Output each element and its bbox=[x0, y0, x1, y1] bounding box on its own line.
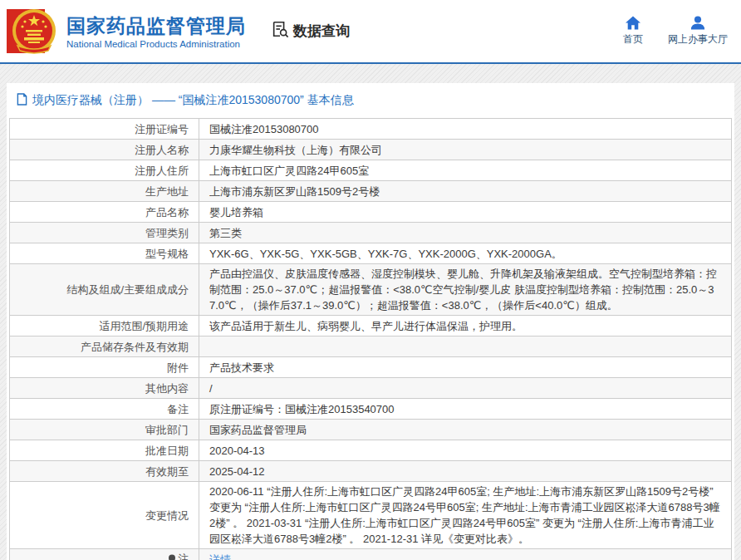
row-value bbox=[199, 336, 732, 357]
registration-info-table: 注册证编号 国械注准20153080700 注册人名称 力康华耀生物科技（上海）… bbox=[9, 118, 732, 560]
row-label: 注册人名称 bbox=[10, 140, 199, 160]
info-table-body: 注册证编号 国械注准20153080700 注册人名称 力康华耀生物科技（上海）… bbox=[10, 119, 732, 560]
row-value: 该产品适用于新生儿、病弱婴儿、早产儿进行体温保温，护理用。 bbox=[199, 316, 732, 336]
row-label: 注 bbox=[10, 549, 199, 560]
table-row: 其他内容 / bbox=[10, 378, 732, 399]
row-label: 生产地址 bbox=[10, 181, 199, 202]
row-label-text: 批准日期 bbox=[145, 445, 189, 457]
table-row: 管理类别 第三类 bbox=[10, 223, 732, 243]
row-value: 婴儿培养箱 bbox=[199, 202, 732, 223]
table-row: 生产地址 上海市浦东新区罗山路1509号2号楼 bbox=[10, 181, 732, 202]
nav-service-hall[interactable]: 网上办事大厅 bbox=[668, 16, 728, 47]
row-label: 审批部门 bbox=[10, 420, 199, 440]
row-label: 注册人住所 bbox=[10, 160, 199, 181]
content-panel: 境内医疗器械（注册） —— “国械注准20153080700” 基本信息 注册证… bbox=[7, 83, 734, 560]
row-label-text: 注 bbox=[178, 553, 189, 560]
row-label-text: 其他内容 bbox=[145, 382, 189, 395]
row-value: YXK-6G、YXK-5G、YXK-5GB、YXK-7G、YXK-2000G、Y… bbox=[199, 243, 732, 264]
site-title: 国家药品监督管理局 bbox=[66, 14, 246, 37]
document-icon bbox=[17, 93, 27, 108]
row-label: 管理类别 bbox=[10, 223, 199, 243]
row-label-text: 注册人名称 bbox=[135, 144, 189, 156]
nav-home-label: 首页 bbox=[623, 32, 643, 47]
logo-text: 国家药品监督管理局 National Medical Products Admi… bbox=[66, 14, 246, 49]
row-label-text: 附件 bbox=[167, 361, 189, 374]
row-value: 力康华耀生物科技（上海）有限公司 bbox=[199, 140, 732, 160]
table-row: 注 详情 bbox=[10, 549, 732, 560]
user-icon bbox=[690, 16, 705, 30]
row-value: 国家药品监督管理局 bbox=[199, 420, 732, 440]
row-value: 2020-06-11 “注册人住所:上海市虹口区广灵四路24甲605室; 生产地… bbox=[199, 482, 732, 549]
national-emblem-icon bbox=[7, 7, 58, 56]
nmpa-logo[interactable]: 国家药品监督管理局 National Medical Products Admi… bbox=[7, 7, 246, 56]
header-nav: 首页 网上办事大厅 bbox=[623, 16, 728, 47]
row-value: 原注册证编号：国械注准20153540700 bbox=[199, 399, 732, 420]
home-icon bbox=[626, 16, 640, 30]
table-row: 批准日期 2020-04-13 bbox=[10, 440, 732, 461]
pin-icon bbox=[168, 553, 176, 560]
row-value: 国械注准20153080700 bbox=[199, 119, 732, 140]
table-row: 结构及组成/主要组成成分 产品由控温仪、皮肤温度传感器、湿度控制模块、婴儿舱、升… bbox=[10, 264, 732, 316]
data-query-section[interactable]: 数据查询 bbox=[271, 20, 350, 42]
row-value: 详情 bbox=[199, 549, 732, 560]
row-label-text: 审批部门 bbox=[145, 424, 189, 436]
row-label: 其他内容 bbox=[10, 378, 199, 399]
row-value: 上海市虹口区广灵四路24甲605室 bbox=[199, 160, 732, 181]
detail-link[interactable]: 详情 bbox=[209, 553, 231, 560]
row-label-text: 产品名称 bbox=[145, 206, 189, 219]
breadcrumb-text: 境内医疗器械（注册） —— “国械注准20153080700” 基本信息 bbox=[32, 93, 354, 108]
table-row: 注册人名称 力康华耀生物科技（上海）有限公司 bbox=[10, 140, 732, 160]
row-label: 批准日期 bbox=[10, 440, 199, 461]
row-label-text: 结构及组成/主要组成成分 bbox=[66, 283, 189, 296]
data-query-label: 数据查询 bbox=[293, 22, 350, 41]
table-row: 产品名称 婴儿培养箱 bbox=[10, 202, 732, 223]
row-label-text: 注册人住所 bbox=[135, 165, 189, 177]
table-row: 变更情况 2020-06-11 “注册人住所:上海市虹口区广灵四路24甲605室… bbox=[10, 482, 732, 549]
document-search-icon bbox=[271, 20, 289, 42]
row-label-text: 产品储存条件及有效期 bbox=[81, 341, 189, 353]
nav-service-hall-label: 网上办事大厅 bbox=[668, 32, 728, 47]
row-value: 第三类 bbox=[199, 223, 732, 243]
row-label-text: 管理类别 bbox=[145, 227, 189, 239]
row-label-text: 备注 bbox=[167, 403, 189, 415]
row-label-text: 变更情况 bbox=[145, 509, 189, 522]
table-row: 备注 原注册证编号：国械注准20153540700 bbox=[10, 399, 732, 420]
breadcrumb: 境内医疗器械（注册） —— “国械注准20153080700” 基本信息 bbox=[8, 90, 733, 115]
table-row: 附件 产品技术要求 bbox=[10, 357, 732, 378]
row-value: 产品由控温仪、皮肤温度传感器、湿度控制模块、婴儿舱、升降机架及输液架组成。空气控… bbox=[199, 264, 732, 316]
row-value: 2025-04-12 bbox=[199, 461, 732, 482]
page-header: 国家药品监督管理局 National Medical Products Admi… bbox=[0, 0, 741, 64]
row-label-text: 适用范围/预期用途 bbox=[99, 320, 189, 332]
row-label: 适用范围/预期用途 bbox=[10, 316, 199, 336]
row-value: 产品技术要求 bbox=[199, 357, 732, 378]
row-value: 2020-04-13 bbox=[199, 440, 732, 461]
row-label: 附件 bbox=[10, 357, 199, 378]
row-label: 型号规格 bbox=[10, 243, 199, 264]
table-row: 有效期至 2025-04-12 bbox=[10, 461, 732, 482]
table-row: 审批部门 国家药品监督管理局 bbox=[10, 420, 732, 440]
row-label: 有效期至 bbox=[10, 461, 199, 482]
table-row: 型号规格 YXK-6G、YXK-5G、YXK-5GB、YXK-7G、YXK-20… bbox=[10, 243, 732, 264]
row-label: 结构及组成/主要组成成分 bbox=[10, 264, 199, 316]
row-label: 备注 bbox=[10, 399, 199, 420]
row-label: 产品储存条件及有效期 bbox=[10, 336, 199, 357]
row-value: 上海市浦东新区罗山路1509号2号楼 bbox=[199, 181, 732, 202]
nav-home[interactable]: 首页 bbox=[623, 16, 643, 47]
table-row: 注册证编号 国械注准20153080700 bbox=[10, 119, 732, 140]
row-label-text: 生产地址 bbox=[145, 185, 189, 198]
site-subtitle: National Medical Products Administration bbox=[66, 39, 246, 49]
row-label: 注册证编号 bbox=[10, 119, 199, 140]
table-row: 注册人住所 上海市虹口区广灵四路24甲605室 bbox=[10, 160, 732, 181]
row-label-text: 型号规格 bbox=[145, 248, 189, 260]
row-label-text: 有效期至 bbox=[145, 465, 189, 478]
row-label: 产品名称 bbox=[10, 202, 199, 223]
table-row: 适用范围/预期用途 该产品适用于新生儿、病弱婴儿、早产儿进行体温保温，护理用。 bbox=[10, 316, 732, 336]
row-label: 变更情况 bbox=[10, 482, 199, 549]
table-row: 产品储存条件及有效期 bbox=[10, 336, 732, 357]
row-label-text: 注册证编号 bbox=[135, 123, 189, 135]
row-value: / bbox=[199, 378, 732, 399]
